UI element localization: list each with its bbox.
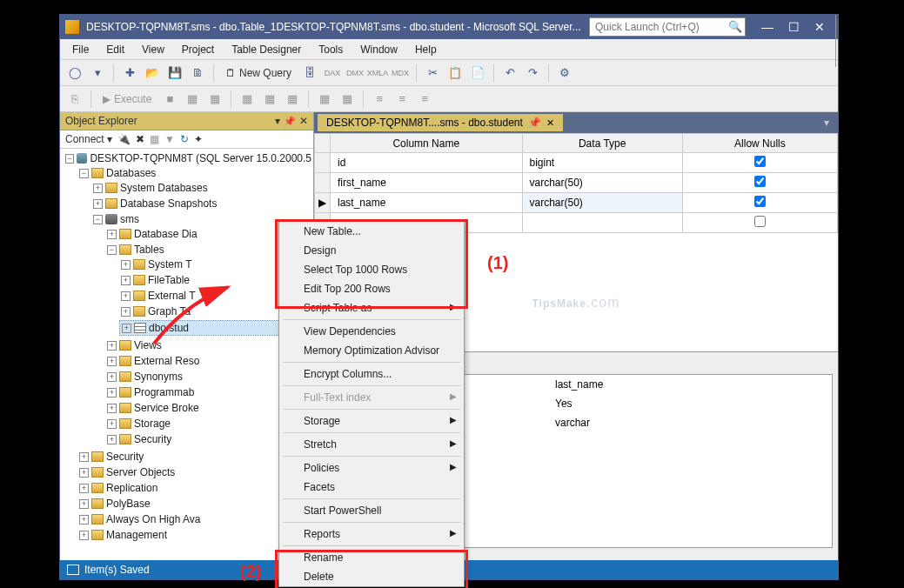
context-menu-item[interactable]: Facets <box>279 478 464 497</box>
context-menu-item[interactable]: Design <box>279 241 464 260</box>
xmla-icon[interactable]: XMLA <box>368 63 387 83</box>
tree-external-tables[interactable]: External T <box>148 290 195 302</box>
tree-databases[interactable]: Databases <box>106 167 156 179</box>
paste-icon[interactable]: 📄 <box>468 63 487 83</box>
context-menu-item[interactable]: Policies▶ <box>279 458 464 478</box>
context-menu-item[interactable]: View Dependencies <box>279 322 464 341</box>
menu-view[interactable]: View <box>135 42 171 57</box>
maximize-button[interactable]: ☐ <box>780 17 807 37</box>
tree-snapshots[interactable]: Database Snapshots <box>120 197 217 210</box>
document-tab[interactable]: DESKTOP-TQPNM8T....sms - dbo.student 📌 ✕ <box>318 114 563 131</box>
tree-sms-db[interactable]: sms <box>120 213 139 225</box>
tab-close-icon[interactable]: ✕ <box>546 117 554 129</box>
table-row: id bigint <box>315 153 838 173</box>
nulls-checkbox[interactable] <box>754 176 766 187</box>
menu-tools[interactable]: Tools <box>311 42 350 57</box>
oe-filter-icon[interactable]: ▦ <box>150 133 159 145</box>
new-project-icon[interactable]: ✚ <box>120 63 139 83</box>
tab-dropdown-icon[interactable]: ▾ <box>819 117 834 129</box>
save-icon[interactable]: 💾 <box>165 63 184 83</box>
context-menu-item[interactable]: Start PowerShell <box>279 501 464 520</box>
nav-fwd-icon[interactable]: ▾ <box>88 63 107 83</box>
tree-programmability[interactable]: Programmab <box>134 386 194 398</box>
context-menu-item[interactable]: Edit Top 200 Rows <box>279 279 464 298</box>
tree-filetables[interactable]: FileTable <box>148 274 190 286</box>
tree-diagrams[interactable]: Database Dia <box>134 228 198 240</box>
tree-storage[interactable]: Storage <box>134 418 171 430</box>
context-menu-item[interactable]: Memory Optimization Advisor <box>279 341 464 360</box>
oe-stop-icon[interactable]: ✦ <box>194 133 203 145</box>
tree-service-broker[interactable]: Service Broke <box>134 402 199 414</box>
menu-window[interactable]: Window <box>353 42 405 57</box>
open-icon[interactable]: 📂 <box>143 63 162 83</box>
columns-grid[interactable]: Column Name Data Type Allow Nulls id big… <box>314 133 838 233</box>
tree-security-db[interactable]: Security <box>134 433 171 445</box>
copy-icon[interactable]: 📋 <box>445 63 465 83</box>
context-menu-item[interactable]: Rename <box>279 548 464 567</box>
oe-btn2-icon[interactable]: ✖ <box>136 133 144 145</box>
tree-system-databases[interactable]: System Databases <box>120 182 208 194</box>
tree-replication[interactable]: Replication <box>106 482 157 494</box>
tree-management[interactable]: Management <box>106 529 167 541</box>
oe-refresh-icon[interactable]: ↻ <box>180 133 189 145</box>
tree-always-on[interactable]: Always On High Ava <box>106 513 201 525</box>
oe-filter2-icon[interactable]: ▼ <box>164 133 175 145</box>
nav-back-icon[interactable]: ◯ <box>65 63 84 83</box>
undo-icon[interactable]: ↶ <box>500 63 519 83</box>
config-icon[interactable]: ⚙ <box>555 63 574 83</box>
context-menu-item[interactable]: Full-Text index▶ <box>279 388 464 407</box>
tree-tables[interactable]: Tables <box>134 244 164 256</box>
tree-external-resources[interactable]: External Reso <box>134 355 199 367</box>
tree-dbo-student[interactable]: dbo.stud <box>149 322 189 334</box>
redo-icon[interactable]: ↷ <box>523 63 542 83</box>
db-icon[interactable]: 🗄 <box>300 63 319 83</box>
minimize-button[interactable]: — <box>754 17 780 37</box>
context-menu-item[interactable]: Storage▶ <box>279 411 464 431</box>
menu-project[interactable]: Project <box>175 42 221 57</box>
col-header-nulls[interactable]: Allow Nulls <box>682 134 837 153</box>
tree-server-objects[interactable]: Server Objects <box>106 466 175 478</box>
tree-security[interactable]: Security <box>106 451 144 463</box>
cut-icon[interactable]: ✂ <box>423 63 442 83</box>
nulls-checkbox[interactable] <box>754 216 766 227</box>
pin-icon[interactable]: 📌 <box>284 116 296 127</box>
tree-graph-tables[interactable]: Graph Ta <box>148 305 191 317</box>
tree-polybase[interactable]: PolyBase <box>106 498 151 510</box>
menu-help[interactable]: Help <box>408 42 444 57</box>
object-explorer-tree[interactable]: −DESKTOP-TQPNM8T (SQL Server 15.0.2000.5… <box>60 149 313 560</box>
menu-file[interactable]: File <box>65 42 96 57</box>
connect-button[interactable]: Connect ▾ <box>65 133 112 145</box>
context-menu-item[interactable]: Delete <box>279 567 464 586</box>
new-query-button[interactable]: 🗒New Query <box>220 65 297 81</box>
quick-launch-input[interactable] <box>589 17 746 37</box>
context-menu-item[interactable]: Select Top 1000 Rows <box>279 260 464 279</box>
close-button[interactable]: ✕ <box>807 17 833 37</box>
search-icon[interactable]: 🔍 <box>728 20 742 33</box>
nulls-checkbox[interactable] <box>754 156 766 167</box>
tree-server[interactable]: DESKTOP-TQPNM8T (SQL Server 15.0.2000.5 <box>90 152 311 164</box>
comment-icon: ≡ <box>415 90 434 109</box>
col-header-type[interactable]: Data Type <box>522 134 682 153</box>
tree-system-tables[interactable]: System T <box>148 258 191 271</box>
menu-table-designer[interactable]: Table Designer <box>224 42 308 57</box>
context-menu-item[interactable]: New Table... <box>279 222 464 241</box>
dmx-icon[interactable]: DMX <box>345 63 365 83</box>
col-header-name[interactable]: Column Name <box>331 134 523 153</box>
save-all-icon[interactable]: 🗎 <box>188 63 207 83</box>
menu-edit[interactable]: Edit <box>99 42 131 57</box>
context-menu-item[interactable]: Reports▶ <box>279 525 464 544</box>
mdx-icon[interactable]: MDX <box>391 63 410 83</box>
tree-views[interactable]: Views <box>134 339 162 351</box>
tree-synonyms[interactable]: Synonyms <box>134 371 183 383</box>
expand-icon[interactable]: − <box>65 154 74 164</box>
context-menu-item[interactable]: Script Table as▶ <box>279 298 464 317</box>
oe-btn1-icon[interactable]: 🔌 <box>117 133 131 145</box>
dropdown-icon[interactable]: ▾ <box>275 115 280 127</box>
context-menu-item[interactable]: Encrypt Columns... <box>279 364 464 384</box>
context-menu-item[interactable]: Stretch▶ <box>279 435 464 454</box>
watermark: TipsMake.com <box>532 272 619 316</box>
nulls-checkbox[interactable] <box>754 196 766 207</box>
dax-icon[interactable]: DAX <box>323 63 342 83</box>
close-panel-icon[interactable]: ✕ <box>299 115 308 127</box>
tab-pin-icon[interactable]: 📌 <box>528 117 541 129</box>
